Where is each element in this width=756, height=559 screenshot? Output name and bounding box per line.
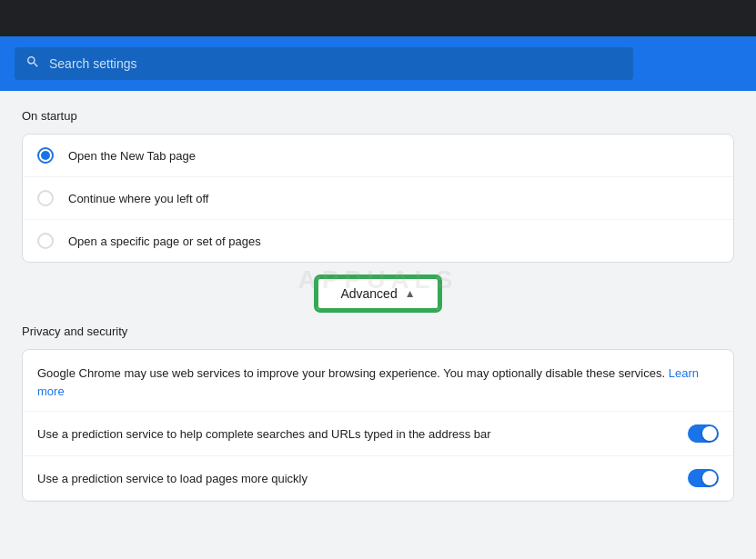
advanced-button-wrapper: Advanced ▲ [22,277,734,310]
privacy-card: Google Chrome may use web services to im… [22,349,734,502]
privacy-section-title: Privacy and security [22,324,734,338]
toggle-prediction-search[interactable] [688,424,719,443]
title-bar [0,0,756,36]
privacy-info: Google Chrome may use web services to im… [23,350,733,412]
toggle-row-prediction-load: Use a prediction service to load pages m… [23,456,733,501]
radio-specific-page[interactable] [37,233,54,249]
privacy-info-text: Google Chrome may use web services to im… [37,366,699,398]
radio-new-tab[interactable] [37,147,54,164]
startup-option-new-tab[interactable]: Open the New Tab page [23,135,733,177]
toggle-prediction-load-label: Use a prediction service to load pages m… [37,472,688,485]
search-bar [15,47,633,80]
startup-option-specific-page[interactable]: Open a specific page or set of pages [23,220,733,262]
startup-options-card: Open the New Tab page Continue where you… [22,134,734,263]
toggle-row-prediction-search: Use a prediction service to help complet… [23,412,733,456]
startup-option-continue-label: Continue where you left off [68,192,208,205]
startup-option-new-tab-label: Open the New Tab page [68,149,196,163]
search-icon [25,55,40,73]
radio-continue[interactable] [37,190,54,206]
startup-option-specific-page-label: Open a specific page or set of pages [68,235,261,248]
advanced-button[interactable]: Advanced ▲ [317,277,438,310]
toggle-prediction-load[interactable] [688,469,719,487]
startup-section-title: On startup [22,109,734,123]
advanced-arrow-icon: ▲ [405,287,416,300]
search-input[interactable] [49,56,622,71]
advanced-button-label: Advanced [340,286,397,301]
startup-option-continue[interactable]: Continue where you left off [23,177,733,220]
search-bar-container [0,36,756,91]
toggle-prediction-search-label: Use a prediction service to help complet… [37,427,688,441]
content-area: On startup Open the New Tab page Continu… [0,91,756,520]
